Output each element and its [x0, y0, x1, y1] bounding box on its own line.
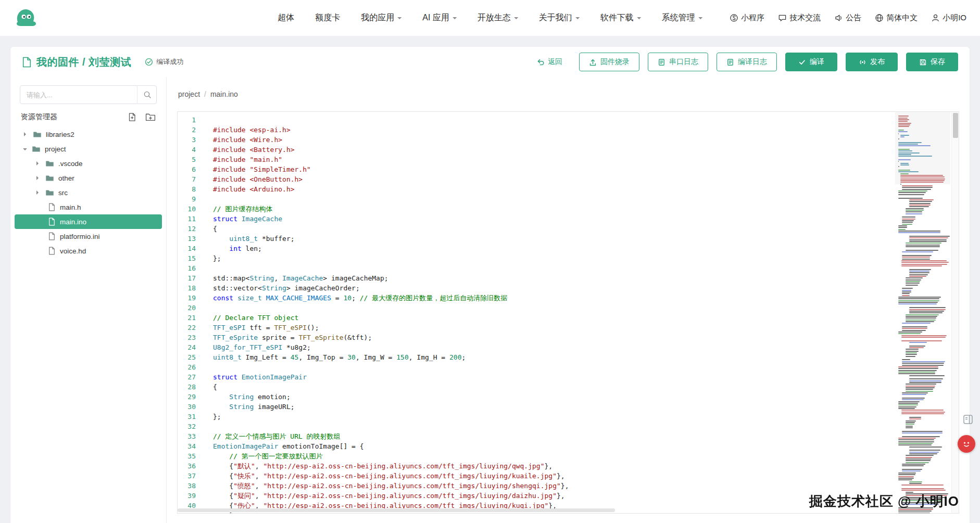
tree-item-voice.hd[interactable]: voice.hd: [15, 244, 162, 258]
line-number[interactable]: 14: [178, 244, 196, 253]
line-number[interactable]: 34: [178, 441, 196, 451]
code-editor[interactable]: 1234567891011121314151617181920212223242…: [177, 111, 959, 514]
code-line[interactable]: #include <OneButton.h>: [213, 174, 959, 184]
code-line[interactable]: struct EmotionImagePair: [213, 372, 959, 382]
line-number[interactable]: 21: [178, 313, 196, 323]
line-number[interactable]: 1: [178, 115, 196, 125]
nav-item-6[interactable]: 软件下载: [600, 12, 641, 23]
tree-item-src[interactable]: src: [15, 185, 162, 200]
search-icon[interactable]: [137, 85, 157, 104]
minimap[interactable]: [895, 112, 950, 513]
line-number[interactable]: 13: [178, 234, 196, 244]
chevron-right-icon[interactable]: [36, 161, 41, 165]
code-line[interactable]: {: [213, 382, 959, 392]
tree-item-.vscode[interactable]: .vscode: [15, 156, 162, 171]
code-line[interactable]: #include <Arduino.h>: [213, 184, 959, 194]
breadcrumb-file[interactable]: main.ino: [210, 90, 238, 98]
nav-utility-1[interactable]: 技术交流: [778, 13, 821, 23]
nav-utility-3[interactable]: 简体中文: [875, 13, 918, 23]
compile-log-button[interactable]: 编译日志: [717, 53, 777, 71]
code-line[interactable]: U8g2_for_TFT_eSPI *u8g2;: [213, 342, 959, 352]
code-line[interactable]: {"默认", "http://esp-ai2.oss-cn-beijing.al…: [213, 461, 959, 471]
code-line[interactable]: String imageURL;: [213, 402, 959, 412]
code-line[interactable]: };: [213, 412, 959, 422]
code-line[interactable]: {: [213, 224, 959, 234]
line-number[interactable]: 28: [178, 382, 196, 392]
code-line[interactable]: [213, 362, 959, 372]
code-line[interactable]: struct ImageCache: [213, 214, 959, 224]
tree-item-other[interactable]: other: [15, 171, 162, 185]
line-number[interactable]: 23: [178, 333, 196, 342]
tree-item-main.h[interactable]: main.h: [15, 200, 162, 214]
line-number[interactable]: 32: [178, 422, 196, 431]
line-number[interactable]: 31: [178, 412, 196, 422]
code-line[interactable]: // 图片缓存结构体: [213, 204, 959, 214]
code-line[interactable]: [213, 115, 959, 125]
search-input[interactable]: [20, 85, 157, 104]
code-line[interactable]: [213, 422, 959, 431]
line-number[interactable]: 27: [178, 372, 196, 382]
publish-button[interactable]: 发布: [846, 53, 898, 71]
code-line[interactable]: #include <esp-ai.h>: [213, 125, 959, 135]
code-line[interactable]: #include <Wire.h>: [213, 135, 959, 145]
line-number[interactable]: 6: [178, 164, 196, 174]
tree-item-project[interactable]: project: [15, 142, 162, 156]
line-number[interactable]: 26: [178, 362, 196, 372]
float-panel-icon[interactable]: [963, 414, 973, 427]
horizontal-scrollbar[interactable]: [178, 508, 615, 512]
line-number[interactable]: 17: [178, 273, 196, 283]
back-button[interactable]: 返回: [537, 57, 562, 67]
nav-item-5[interactable]: 关于我们: [539, 12, 580, 23]
nav-item-1[interactable]: 额度卡: [315, 12, 340, 23]
nav-item-4[interactable]: 开放生态: [478, 12, 518, 23]
line-number[interactable]: 29: [178, 392, 196, 402]
line-number[interactable]: 12: [178, 224, 196, 234]
code-line[interactable]: };: [213, 253, 959, 263]
new-folder-icon[interactable]: [145, 112, 156, 122]
float-assistant-badge[interactable]: [958, 435, 975, 453]
line-number[interactable]: 9: [178, 194, 196, 204]
code-line[interactable]: String emotion;: [213, 392, 959, 402]
tree-item-libraries2[interactable]: libraries2: [15, 127, 162, 142]
code-line[interactable]: uint8_t Img_Left = 45, Img_Top = 30, Img…: [213, 352, 959, 362]
code-line[interactable]: #include "SimpleTimer.h": [213, 164, 959, 174]
line-number-gutter[interactable]: 1234567891011121314151617181920212223242…: [178, 112, 203, 513]
code-line[interactable]: // 定义一个情感与图片 URL 的映射数组: [213, 431, 959, 441]
nav-item-7[interactable]: 系统管理: [662, 12, 702, 23]
line-number[interactable]: 39: [178, 491, 196, 501]
code-line[interactable]: std::map<String, ImageCache> imageCacheM…: [213, 273, 959, 283]
code-line[interactable]: int len;: [213, 244, 959, 253]
line-number[interactable]: 20: [178, 303, 196, 313]
line-number[interactable]: 36: [178, 461, 196, 471]
line-number[interactable]: 10: [178, 204, 196, 214]
code-line[interactable]: TFT_eSPI tft = TFT_eSPI();: [213, 323, 959, 333]
nav-item-3[interactable]: AI 应用: [422, 12, 457, 23]
line-number[interactable]: 37: [178, 471, 196, 481]
vertical-scrollbar[interactable]: [951, 112, 959, 513]
line-number[interactable]: 22: [178, 323, 196, 333]
code-line[interactable]: const size_t MAX_CACHE_IMAGES = 10; // 最…: [213, 293, 959, 303]
line-number[interactable]: 4: [178, 145, 196, 155]
scrollbar-thumb[interactable]: [953, 113, 958, 138]
chevron-right-icon[interactable]: [36, 176, 41, 180]
line-number[interactable]: 19: [178, 293, 196, 303]
nav-item-2[interactable]: 我的应用: [361, 12, 401, 23]
code-line[interactable]: #include "main.h": [213, 155, 959, 164]
line-number[interactable]: 7: [178, 174, 196, 184]
code-line[interactable]: EmotionImagePair emotionToImage[] = {: [213, 441, 959, 451]
nav-utility-4[interactable]: 小明IO: [931, 13, 966, 23]
code-line[interactable]: std::vector<String> imageCacheOrder;: [213, 283, 959, 293]
code-line[interactable]: uint8_t *buffer;: [213, 234, 959, 244]
code-line[interactable]: TFT_eSprite sprite = TFT_eSprite(&tft);: [213, 333, 959, 342]
code-line[interactable]: {"快乐", "http://esp-ai2.oss-cn-beijing.al…: [213, 471, 959, 481]
chevron-right-icon[interactable]: [36, 190, 41, 195]
nav-item-0[interactable]: 超体: [278, 12, 294, 23]
nav-utility-2[interactable]: 公告: [834, 13, 861, 23]
line-number[interactable]: 8: [178, 184, 196, 194]
line-number[interactable]: 24: [178, 342, 196, 352]
line-number[interactable]: 15: [178, 253, 196, 263]
save-button[interactable]: 保存: [906, 53, 958, 71]
code-content[interactable]: #include <esp-ai.h>#include <Wire.h>#inc…: [203, 112, 959, 513]
chevron-down-icon[interactable]: [23, 148, 27, 152]
line-number[interactable]: 18: [178, 283, 196, 293]
